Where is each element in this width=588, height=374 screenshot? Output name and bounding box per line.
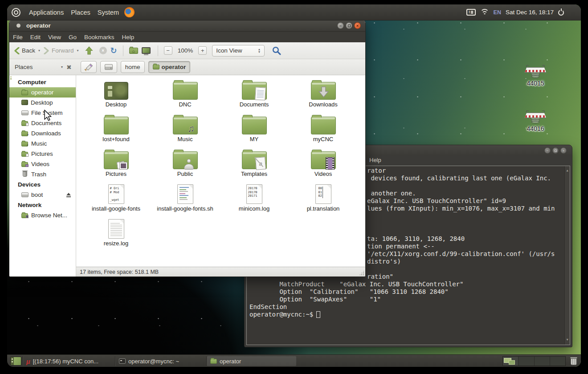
file-item-dnc[interactable]: DNC <box>151 79 220 108</box>
file-item-resize-log[interactable]: resize.log <box>82 218 151 247</box>
task-label: [(18:17:56) myCNC con... <box>33 358 98 365</box>
file-item-pl-translation[interactable]: 00 01 02pl.translation <box>289 183 358 212</box>
file-item-videos[interactable]: Videos <box>289 148 358 177</box>
scroll-down-icon[interactable]: ▼ <box>566 336 568 344</box>
file-item-mycnc[interactable]: myCNC <box>289 114 358 142</box>
workspace-1[interactable] <box>503 357 519 366</box>
desktop-shortcut-44015[interactable]: 44015 <box>521 65 550 87</box>
sidebar-item-browse-net-[interactable]: Browse Net... <box>9 210 76 220</box>
folder-icon <box>21 89 29 95</box>
search-icon[interactable] <box>272 46 281 55</box>
file-label: Public <box>177 171 193 177</box>
panel-menu-places[interactable]: Places <box>67 4 94 20</box>
menu-help[interactable]: Help <box>122 34 135 41</box>
panel-menu-system[interactable]: System <box>94 4 122 20</box>
path-button-home[interactable]: home <box>121 61 145 73</box>
file-item-install-google-fonts-sh[interactable]: install-google-fonts.sh <box>151 183 220 212</box>
places-select[interactable]: Places ▾ <box>15 64 63 70</box>
wifi-icon[interactable] <box>480 9 489 16</box>
terminal-line <box>367 220 555 228</box>
power-icon[interactable] <box>558 10 564 16</box>
workspace-3[interactable] <box>535 357 550 366</box>
menu-view[interactable]: View <box>48 34 61 41</box>
forward-button[interactable]: Forward▾ <box>44 47 79 54</box>
sidebar-item-pictures[interactable]: Pictures <box>9 149 76 159</box>
up-icon[interactable] <box>85 46 93 55</box>
sidebar-item-desktop[interactable]: Desktop <box>9 98 76 108</box>
root-disk-button[interactable] <box>100 61 117 73</box>
file-item-my[interactable]: MY <box>220 114 289 142</box>
folder-icon <box>173 82 198 100</box>
sidebar-item-file-system[interactable]: File System <box>9 108 76 118</box>
file-item-music[interactable]: ♫Music <box>151 114 220 142</box>
sidebar-item-boot[interactable]: boot <box>9 190 76 200</box>
terminal-menu-help[interactable]: Help <box>369 157 381 163</box>
show-desktop-icon[interactable] <box>10 357 21 366</box>
file-item-downloads[interactable]: Downloads <box>289 79 358 108</box>
file-label: myCNC <box>313 136 334 142</box>
sidebar-item-videos[interactable]: Videos <box>9 159 76 169</box>
home-folder-icon[interactable]: ⌂ <box>129 48 138 54</box>
file-item-lost-found[interactable]: lost+found <box>82 114 151 142</box>
terminal-cursor <box>316 311 320 318</box>
file-item-templates[interactable]: aTemplates <box>220 148 289 177</box>
zoom-in-button[interactable]: + <box>198 46 207 55</box>
edit-location-button[interactable] <box>81 61 97 73</box>
maximize-icon[interactable] <box>346 22 352 29</box>
computer-icon[interactable] <box>142 47 151 54</box>
resize-grip[interactable] <box>359 270 364 276</box>
clock[interactable]: Sat Dec 16, 18:17 <box>506 9 554 16</box>
menu-file[interactable]: File <box>13 34 23 41</box>
chevron-down-icon[interactable]: ▾ <box>77 49 79 53</box>
sidebar-item-downloads[interactable]: ▾Downloads <box>9 128 76 138</box>
file-label: minicom.log <box>239 205 270 212</box>
distro-logo-icon[interactable] <box>12 8 20 17</box>
workspace-2[interactable] <box>519 357 534 366</box>
taskbar-button-2[interactable]: operator@mycnc: ~ <box>115 356 204 366</box>
desktop-shortcut-44016[interactable]: 44016 <box>521 110 550 132</box>
back-button[interactable]: Back▾ <box>14 47 40 54</box>
sidebar-item-documents[interactable]: Documents <box>9 118 76 128</box>
minimize-icon[interactable]: − <box>544 147 551 154</box>
close-sidebar-icon[interactable]: ✖ <box>66 64 72 71</box>
taskbar-button-3[interactable]: operator <box>206 356 296 366</box>
workspace-4[interactable] <box>550 357 565 366</box>
sidebar-item-music[interactable]: ♪Music <box>9 138 76 149</box>
panel-menu-applications[interactable]: Applications <box>25 4 67 20</box>
menu-edit[interactable]: Edit <box>30 34 41 41</box>
file-item-desktop[interactable]: Desktop <box>82 79 151 108</box>
zoom-out-button[interactable]: − <box>164 46 172 55</box>
maximize-icon[interactable] <box>552 147 559 154</box>
keyboard-layout-badge[interactable]: EN <box>494 9 501 16</box>
close-icon[interactable]: × <box>354 22 361 29</box>
file-item-minicom-log[interactable]: 20170 20170 20171minicom.log <box>220 183 289 212</box>
close-icon[interactable]: × <box>560 147 567 154</box>
file-item-documents[interactable]: Documents <box>220 79 289 108</box>
file-item-pictures[interactable]: Pictures <box>82 148 151 177</box>
file-manager-window[interactable]: operator − × FileEditViewGoBookmarksHelp… <box>9 20 366 277</box>
sidebar-item-trash[interactable]: Trash <box>9 169 76 179</box>
taskbar-button-1[interactable]: µ[(18:17:56) myCNC con... <box>22 356 114 366</box>
chevron-down-icon[interactable]: ▾ <box>38 49 40 53</box>
file-item-install-google-fonts[interactable]: # Ori # Mod _wgetinstall-google-fonts <box>82 183 151 212</box>
firefox-icon[interactable] <box>124 7 135 17</box>
keyboard-indicator-icon[interactable]: ! <box>466 9 476 16</box>
file-item-public[interactable]: Public <box>151 148 220 177</box>
scroll-up-icon[interactable]: ▲ <box>566 167 568 175</box>
file-label: MY <box>250 136 259 142</box>
stop-icon[interactable]: × <box>99 47 107 54</box>
refresh-icon[interactable]: ↻ <box>110 47 117 55</box>
view-mode-select[interactable]: Icon View ▲▼ <box>212 45 265 57</box>
minimize-icon[interactable]: − <box>337 22 344 29</box>
path-button-operator[interactable]: operator <box>148 61 191 73</box>
window-titlebar[interactable]: operator − × <box>9 20 365 32</box>
terminal-scrollbar[interactable]: ▲ ▼ <box>564 166 570 345</box>
folder-icon <box>242 117 267 134</box>
eject-icon[interactable] <box>66 193 71 197</box>
trash-icon[interactable] <box>570 357 577 365</box>
sidebar-item-operator[interactable]: operator <box>9 87 76 98</box>
workspace-switcher[interactable] <box>502 356 566 366</box>
sidebar-item-label: boot <box>31 191 43 198</box>
menu-go[interactable]: Go <box>69 34 77 41</box>
menu-bookmarks[interactable]: Bookmarks <box>84 34 114 41</box>
